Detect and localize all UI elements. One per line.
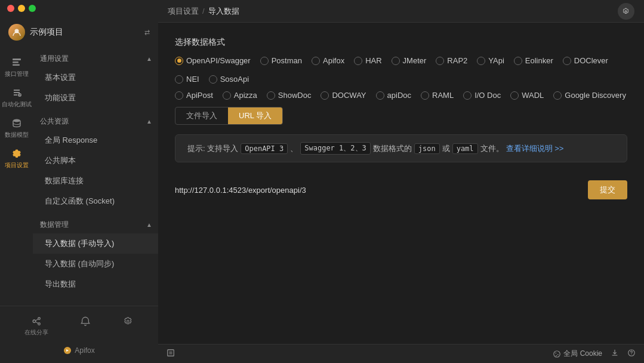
expand-icon[interactable] [167,349,175,359]
cookie-label: 全局 Cookie [563,349,602,359]
format-radio-docway[interactable]: DOCWAY [321,91,366,100]
online-share-label: 在线分享 [24,328,48,337]
url-input-area: 提交 [175,173,627,207]
sidebar-body: 接口管理 自动化测试 数据模型 [0,47,158,306]
sidebar-section-general[interactable]: 通用设置 ▲ [33,49,158,67]
format-label-openapi: OpenAPI/Swagger [186,56,251,65]
format-radio-rap2[interactable]: RAP2 [436,56,467,65]
format-radio-nei[interactable]: NEI [175,75,199,84]
import-tab-url[interactable]: URL 导入 [228,107,282,124]
svg-point-23 [631,355,631,355]
sidebar-item-customfunc[interactable]: 自定义函数 (Socket) [33,191,158,211]
sidebar-icon-autotest[interactable]: 自动化测试 [0,82,33,112]
format-radio-postman[interactable]: Postman [260,56,302,65]
sidebar-item-import-auto[interactable]: 导入数据 (自动同步) [33,254,158,274]
hint-link[interactable]: 查看详细说明 >> [506,143,564,154]
svg-point-12 [127,320,130,322]
format-radio-apifox[interactable]: Apifox [312,56,344,65]
project-expand-icon[interactable]: ⇄ [144,29,150,36]
format-label-yapi: YApi [488,56,504,65]
format-radio-har[interactable]: HAR [354,56,381,65]
format-radio-apizza[interactable]: Apizza [223,91,257,100]
download-icon[interactable] [611,349,619,359]
svg-line-11 [35,322,38,323]
sidebar-icon-datamodel-label: 数据模型 [5,131,29,139]
format-radio-circle-nei [175,75,183,84]
svg-point-6 [15,152,17,155]
format-label-har: HAR [365,56,381,65]
topbar: 项目设置 / 导入数据 [158,0,644,23]
gear-icon[interactable] [123,316,134,337]
format-radio-wadl[interactable]: WADL [510,91,544,100]
sidebar-section-public-label: 公共资源 [40,116,69,127]
cookie-button[interactable]: 全局 Cookie [553,349,602,359]
sidebar-item-response[interactable]: 全局 Response [33,130,158,150]
format-radio-openapi[interactable]: OpenAPI/Swagger [175,56,251,65]
format-section-title: 选择数据格式 [175,37,627,48]
sidebar-icon-column: 接口管理 自动化测试 数据模型 [0,47,33,306]
traffic-light-yellow[interactable] [18,5,25,12]
format-label-rap2: RAP2 [447,56,467,65]
format-label-jmeter: JMeter [403,56,427,65]
format-radio-circle-apidoc [376,91,384,100]
format-label-googlediscovery: Google Discovery [565,91,626,100]
sidebar-item-import-manual[interactable]: 导入数据 (手动导入) [33,233,158,254]
content-area: 选择数据格式 OpenAPI/SwaggerPostmanApifoxHARJM… [158,23,644,344]
sidebar-section-public[interactable]: 公共资源 ▲ [33,112,158,130]
format-radio-eolinker[interactable]: Eolinker [514,56,553,65]
svg-point-18 [556,352,557,353]
format-radio-apidoc[interactable]: apiDoc [376,91,411,100]
bell-icon[interactable] [80,316,91,337]
bottombar: 全局 Cookie [158,344,644,363]
format-radio-jmeter[interactable]: JMeter [392,56,427,65]
svg-point-5 [13,119,20,122]
format-radio-showdoc[interactable]: ShowDoc [267,91,312,100]
format-radio-iodoc[interactable]: I/O Doc [463,91,501,100]
traffic-light-green[interactable] [29,5,36,12]
topbar-settings-button[interactable] [618,3,634,20]
breadcrumb: 项目设置 / 导入数据 [168,6,239,17]
sidebar-item-export[interactable]: 导出数据 [33,274,158,294]
svg-rect-2 [13,61,19,63]
online-share-icon[interactable]: 在线分享 [24,316,48,337]
import-tab-file[interactable]: 文件导入 [175,107,228,124]
format-label-postman: Postman [272,56,302,65]
main-area: 项目设置 / 导入数据 选择数据格式 OpenAPI/SwaggerPostma… [158,0,644,363]
chevron-up-icon-2: ▲ [146,118,152,125]
svg-point-9 [38,323,41,325]
sidebar-item-basic[interactable]: 基本设置 [33,67,158,88]
sidebar: 示例项目 ⇄ 接口管理 自动化测试 [0,0,158,363]
sidebar-right-panel: 通用设置 ▲ 基本设置 功能设置 公共资源 ▲ 全局 Response 公共脚本… [33,47,158,306]
breadcrumb-parent[interactable]: 项目设置 [168,6,199,17]
sidebar-item-script[interactable]: 公共脚本 [33,150,158,171]
sidebar-icon-settings[interactable]: 项目设置 [0,143,33,173]
format-radio-googlediscovery[interactable]: Google Discovery [553,91,626,100]
help-icon[interactable] [627,349,636,359]
bottombar-right: 全局 Cookie [553,349,636,359]
sidebar-icon-interface[interactable]: 接口管理 [0,51,33,82]
svg-line-10 [35,319,38,321]
format-radio-doclever[interactable]: DOClever [563,56,608,65]
format-label-apidoc: apiDoc [387,91,411,100]
hint-sep1: 、 [290,143,298,154]
traffic-light-red[interactable] [7,5,14,12]
format-radio-raml[interactable]: RAML [421,91,454,100]
format-radio-circle-wadl [510,91,519,100]
hint-or: 或 [442,143,450,154]
svg-rect-1 [13,59,21,60]
sidebar-section-data[interactable]: 数据管理 ▲ [33,215,158,233]
format-radio-yapi[interactable]: YApi [477,56,504,65]
format-label-apifox: Apifox [323,56,344,65]
svg-rect-16 [169,351,172,354]
sidebar-bottom-icons: 在线分享 [0,312,158,340]
submit-button[interactable]: 提交 [588,180,627,199]
sidebar-item-function[interactable]: 功能设置 [33,88,158,108]
sidebar-icon-datamodel[interactable]: 数据模型 [0,112,33,143]
sidebar-item-database[interactable]: 数据库连接 [33,171,158,191]
format-radio-apipost[interactable]: ApiPost [175,91,213,100]
format-label-iodoc: I/O Doc [474,91,501,100]
sidebar-project-header[interactable]: 示例项目 ⇄ [0,18,158,47]
url-input[interactable] [175,186,581,195]
format-radio-sosoapi[interactable]: SosoApi [209,75,249,84]
avatar [8,24,25,41]
